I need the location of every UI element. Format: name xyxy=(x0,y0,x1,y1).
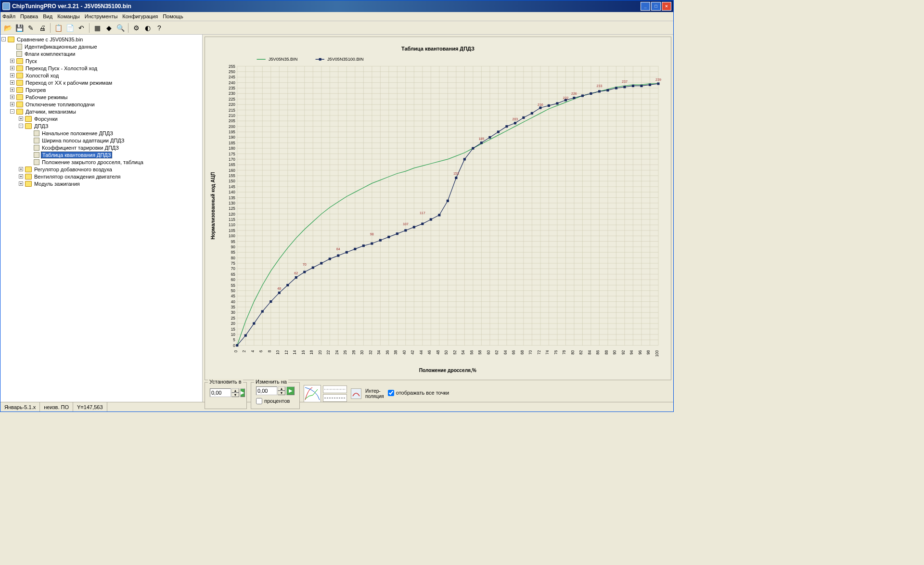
maximize-button[interactable]: □ xyxy=(651,2,661,11)
tree-label[interactable]: ДПДЗ xyxy=(33,123,49,129)
set-up[interactable]: ▲ xyxy=(231,388,239,393)
tree-label[interactable]: Ширина полосы адаптации ДПДЗ xyxy=(41,138,125,143)
interp-button[interactable] xyxy=(351,388,361,399)
tree-label[interactable]: Отключение топливоподачи xyxy=(25,102,96,107)
svg-text:44: 44 xyxy=(419,350,424,355)
grid-icon[interactable]: ▦ xyxy=(92,23,103,33)
close-button[interactable]: × xyxy=(662,2,671,11)
tree-node[interactable]: +Переход от ХХ к рабочим режимам xyxy=(1,79,201,86)
save-icon[interactable]: 💾 xyxy=(14,23,25,33)
expand-icon[interactable]: + xyxy=(10,73,14,77)
menu-Вид[interactable]: Вид xyxy=(43,13,52,19)
menu-Команды[interactable]: Команды xyxy=(57,13,80,19)
tree-label[interactable]: Холостой ход xyxy=(25,73,60,78)
change-down[interactable]: ▼ xyxy=(278,391,285,395)
tool-box-3[interactable] xyxy=(323,394,347,402)
paste-icon[interactable]: 📄 xyxy=(64,23,75,33)
info-icon[interactable]: ◆ xyxy=(103,23,114,33)
tree-label[interactable]: Пуск xyxy=(25,58,38,64)
chart-svg[interactable]: 0510152025303540455055606570758085909510… xyxy=(205,51,671,375)
tool-box-1[interactable] xyxy=(304,385,321,402)
collapse-icon[interactable]: - xyxy=(19,124,23,128)
zoom-icon[interactable]: 🔍 xyxy=(115,23,126,33)
expand-icon[interactable]: + xyxy=(10,102,14,106)
menu-Помощь[interactable]: Помощь xyxy=(163,13,183,19)
expand-icon[interactable]: + xyxy=(19,174,23,179)
tree-node[interactable]: +Вентилятор охлаждения двигателя xyxy=(1,173,201,180)
tree-node[interactable]: +Модуль зажигания xyxy=(1,180,201,187)
tree-node[interactable]: Таблица квантования ДПДЗ xyxy=(1,151,201,158)
tree-node[interactable]: -Датчики, механизмы xyxy=(1,108,201,115)
tree-node[interactable]: +Рабочие режимы xyxy=(1,93,201,101)
tree-node[interactable]: +Регулятор добавочного воздуха xyxy=(1,166,201,173)
print-icon[interactable]: 🖨 xyxy=(37,23,48,33)
tool-box-2[interactable] xyxy=(323,385,347,393)
tree-label[interactable]: Форсунки xyxy=(33,116,59,122)
expand-icon[interactable]: + xyxy=(19,167,23,171)
expand-icon[interactable]: + xyxy=(19,116,23,121)
tool1-icon[interactable]: ⚙ xyxy=(131,23,141,33)
set-apply-button[interactable]: ▶ xyxy=(240,388,245,397)
tree-panel[interactable]: -Сравнение с J5V05N35.binИдентификационн… xyxy=(0,35,203,402)
expand-icon[interactable]: + xyxy=(10,59,14,63)
expand-icon[interactable]: + xyxy=(10,88,14,92)
tree-node[interactable]: Идентификационные данные xyxy=(1,43,201,50)
svg-text:76: 76 xyxy=(554,350,558,355)
tree-label[interactable]: Таблица квантования ДПДЗ xyxy=(41,152,112,158)
tree-node[interactable]: -ДПДЗ xyxy=(1,122,201,129)
minimize-button[interactable]: _ xyxy=(641,2,650,11)
show-all-checkbox[interactable] xyxy=(388,390,394,396)
collapse-icon[interactable]: - xyxy=(1,37,6,41)
tree-node[interactable]: +Прогрев xyxy=(1,86,201,93)
tree-label[interactable]: Прогрев xyxy=(25,87,47,93)
tree-node[interactable]: Положение закрытого дросселя, таблица xyxy=(1,158,201,166)
tree-label[interactable]: Положение закрытого дросселя, таблица xyxy=(41,159,144,165)
copy-icon[interactable]: 📋 xyxy=(53,23,64,33)
tree-node[interactable]: Флаги комплектации xyxy=(1,50,201,57)
tree-label[interactable]: Регулятор добавочного воздуха xyxy=(33,167,113,172)
tree-node[interactable]: +Пуск xyxy=(1,57,201,64)
menu-Конфигурация[interactable]: Конфигурация xyxy=(122,13,158,19)
collapse-icon[interactable]: - xyxy=(10,109,14,114)
percent-checkbox[interactable] xyxy=(256,398,262,404)
undo-icon[interactable]: ↶ xyxy=(76,23,87,33)
set-down[interactable]: ▼ xyxy=(231,393,239,397)
tree-label[interactable]: Рабочие режимы xyxy=(25,94,68,100)
tree-label[interactable]: Переход от ХХ к рабочим режимам xyxy=(25,80,113,86)
statusbar: Январь-5.1.x неизв. ПО Y=147,563 xyxy=(0,402,673,411)
tree-label[interactable]: Начальное положение ДПДЗ xyxy=(41,130,114,136)
help-icon[interactable]: ? xyxy=(154,23,165,33)
set-input[interactable] xyxy=(210,388,231,397)
tree-label[interactable]: Вентилятор охлаждения двигателя xyxy=(33,174,122,180)
change-up[interactable]: ▲ xyxy=(278,386,285,391)
tree-label[interactable]: Идентификационные данные xyxy=(24,44,98,50)
edit-icon[interactable]: ✎ xyxy=(26,23,36,33)
tree-node[interactable]: +Переход Пуск - Холостой ход xyxy=(1,64,201,72)
svg-text:80: 80 xyxy=(231,256,236,260)
svg-rect-252 xyxy=(623,86,626,88)
expand-icon[interactable]: + xyxy=(19,181,23,186)
tree-node[interactable]: +Отключение топливоподачи xyxy=(1,101,201,108)
tree-node[interactable]: Ширина полосы адаптации ДПДЗ xyxy=(1,137,201,144)
open-icon[interactable]: 📂 xyxy=(2,23,13,33)
tree-label[interactable]: Модуль зажигания xyxy=(33,181,81,187)
tree-node[interactable]: Коэффициент тарировки ДПДЗ xyxy=(1,144,201,151)
tree-label[interactable]: Флаги комплектации xyxy=(24,51,76,57)
tree-label[interactable]: Переход Пуск - Холостой ход xyxy=(25,65,98,71)
menu-Правка[interactable]: Правка xyxy=(20,13,38,19)
expand-icon[interactable]: + xyxy=(10,95,14,99)
change-input[interactable] xyxy=(256,386,277,395)
tree-label[interactable]: Сравнение с J5V05N35.bin xyxy=(16,37,84,42)
tree-label[interactable]: Датчики, механизмы xyxy=(25,109,77,115)
menu-Инструменты[interactable]: Инструменты xyxy=(85,13,118,19)
tree-node[interactable]: +Холостой ход xyxy=(1,72,201,79)
menu-Файл[interactable]: Файл xyxy=(2,13,15,19)
tree-node[interactable]: -Сравнение с J5V05N35.bin xyxy=(1,36,201,43)
change-apply-button[interactable]: ▶ xyxy=(286,386,295,395)
tree-node[interactable]: Начальное положение ДПДЗ xyxy=(1,129,201,137)
tool2-icon[interactable]: ◐ xyxy=(142,23,153,33)
tree-label[interactable]: Коэффициент тарировки ДПДЗ xyxy=(41,145,120,151)
tree-node[interactable]: +Форсунки xyxy=(1,115,201,122)
expand-icon[interactable]: + xyxy=(10,80,14,85)
expand-icon[interactable]: + xyxy=(10,66,14,70)
